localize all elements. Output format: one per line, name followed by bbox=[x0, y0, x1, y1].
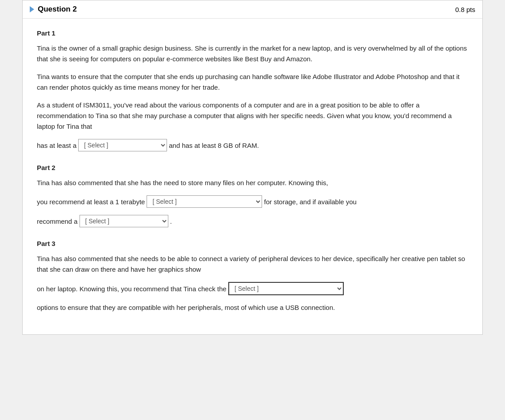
part2-inline-suffix1: for storage, and if available you bbox=[264, 196, 356, 208]
question-arrow-icon bbox=[30, 6, 34, 12]
part1-inline-prefix: has at least a bbox=[37, 139, 76, 151]
part2-select2[interactable]: [ Select ] bbox=[80, 215, 168, 227]
question-header: Question 2 0.8 pts bbox=[23, 0, 482, 19]
part2-inline-suffix2: . bbox=[170, 215, 172, 227]
part2-select1[interactable]: [ Select ] bbox=[147, 195, 262, 208]
part1-paragraph3: As a student of ISM3011, you've read abo… bbox=[37, 100, 468, 132]
question-points: 0.8 pts bbox=[455, 6, 475, 13]
part1-title: Part 1 bbox=[37, 29, 468, 37]
part3-select[interactable]: [ Select ] bbox=[228, 282, 344, 295]
question-title: Question 2 bbox=[38, 5, 77, 14]
part3-select-container: [ Select ] bbox=[228, 282, 344, 295]
part2-select1-container: [ Select ] bbox=[147, 195, 262, 208]
part1-select[interactable]: [ Select ] bbox=[78, 139, 167, 151]
part1-paragraph1: Tina is the owner of a small graphic des… bbox=[37, 43, 468, 64]
question-body: Part 1 Tina is the owner of a small grap… bbox=[23, 19, 482, 334]
part3-inline-prefix: on her laptop. Knowing this, you recomme… bbox=[37, 283, 227, 295]
part2-inline-row1: you recommend at least a 1 terabyte [ Se… bbox=[37, 195, 468, 208]
part2-paragraph1: Tina has also commented that she has the… bbox=[37, 178, 468, 188]
part1-section: Part 1 Tina is the owner of a small grap… bbox=[37, 29, 468, 151]
part1-paragraph2: Tina wants to ensure that the computer t… bbox=[37, 71, 468, 93]
part2-title: Part 2 bbox=[37, 164, 468, 171]
part3-inline-row: on her laptop. Knowing this, you recomme… bbox=[37, 282, 468, 295]
part2-section: Part 2 Tina has also commented that she … bbox=[37, 164, 468, 227]
part1-inline-suffix: and has at least 8 GB of RAM. bbox=[169, 139, 259, 151]
part1-select-container: [ Select ] bbox=[78, 139, 167, 151]
part2-select2-container: [ Select ] bbox=[80, 215, 168, 227]
part3-paragraph2: options to ensure that they are compatib… bbox=[37, 302, 468, 313]
part3-title: Part 3 bbox=[37, 240, 468, 247]
part2-inline-prefix2: recommend a bbox=[37, 215, 78, 227]
part2-inline-prefix1: you recommend at least a 1 terabyte bbox=[37, 196, 145, 208]
part3-paragraph1: Tina has also commented that she needs t… bbox=[37, 254, 468, 275]
part3-section: Part 3 Tina has also commented that she … bbox=[37, 240, 468, 313]
page-wrapper: Question 2 0.8 pts Part 1 Tina is the ow… bbox=[0, 0, 505, 420]
question-container: Question 2 0.8 pts Part 1 Tina is the ow… bbox=[22, 0, 483, 335]
part1-inline-row: has at least a [ Select ] and has at lea… bbox=[37, 139, 468, 151]
part2-inline-row2: recommend a [ Select ] . bbox=[37, 215, 468, 227]
